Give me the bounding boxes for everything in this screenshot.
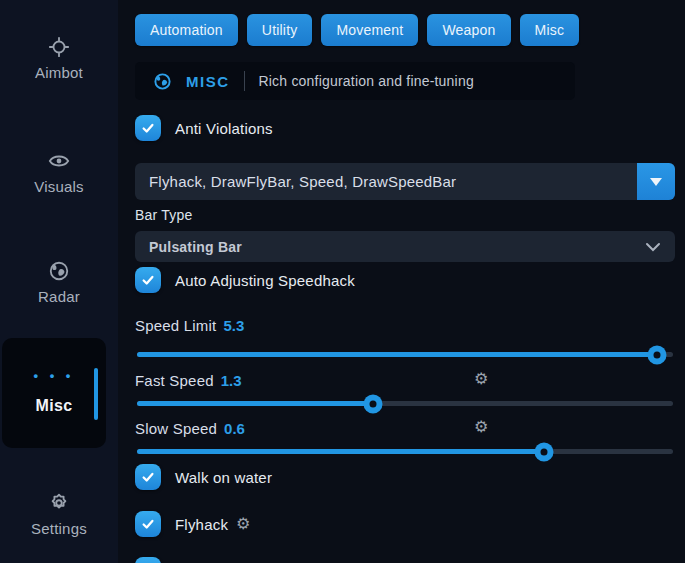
walk-on-water-checkbox[interactable] (135, 464, 161, 490)
flyhack-checkbox[interactable] (135, 511, 161, 537)
fast-speed-label-row: Fast Speed 1.3 ⚙ (135, 371, 675, 389)
disable-collisions-row: Disable Collisions ⚙ (135, 557, 675, 563)
slow-speed-label-row: Slow Speed 0.6 ⚙ (135, 419, 675, 437)
app-window: Aimbot Visuals Radar • • • (0, 0, 685, 563)
slider-value: 1.3 (221, 372, 242, 389)
slider-label: Slow Speed (135, 420, 217, 437)
tab-utility[interactable]: Utility (247, 14, 313, 46)
globe-icon (153, 72, 172, 91)
slider-fill (137, 449, 544, 454)
sidebar-item-label: Aimbot (0, 64, 118, 81)
checkbox-label: Flyhack ⚙ (175, 516, 251, 533)
fast-speed-slider[interactable] (135, 394, 675, 412)
auto-adjusting-row: Auto Adjusting Speedhack (135, 267, 675, 293)
crosshair-icon (0, 36, 118, 58)
checkbox-label: Anti Violations (175, 120, 273, 137)
gear-icon (0, 492, 118, 514)
checkbox-label-text: Flyhack (175, 516, 228, 533)
sidebar-item-aimbot[interactable]: Aimbot (0, 36, 118, 81)
gear-icon[interactable]: ⚙ (474, 371, 488, 387)
sidebar-item-label: Radar (0, 288, 118, 305)
slider-thumb[interactable] (535, 442, 554, 461)
bar-type-label: Bar Type (135, 207, 675, 224)
divider (244, 71, 245, 91)
checkmark-icon (141, 470, 155, 484)
chevron-down-icon (645, 242, 661, 252)
main-panel: Automation Utility Movement Weapon Misc … (118, 0, 685, 563)
slider-track[interactable] (137, 352, 673, 357)
sidebar-item-radar[interactable]: Radar (0, 260, 118, 305)
tab-bar: Automation Utility Movement Weapon Misc (135, 14, 675, 46)
checkmark-icon (141, 121, 155, 135)
select-value: Pulsating Bar (149, 239, 242, 255)
tab-automation[interactable]: Automation (135, 14, 238, 46)
section-header: MISC Rich configuration and fine-tuning (135, 62, 575, 100)
gear-icon[interactable]: ⚙ (474, 419, 488, 435)
tab-weapon[interactable]: Weapon (427, 14, 510, 46)
slider-value: 5.3 (223, 317, 244, 334)
checkmark-icon (141, 517, 155, 531)
checkbox-label: Auto Adjusting Speedhack (175, 272, 355, 289)
speed-limit-slider[interactable] (135, 345, 675, 363)
speed-limit-label-row: Speed Limit 5.3 (135, 316, 675, 334)
sidebar-item-label: Misc (2, 397, 106, 415)
tab-misc[interactable]: Misc (520, 14, 580, 46)
eye-icon (0, 150, 118, 172)
anti-violations-row: Anti Violations (135, 115, 675, 141)
tab-movement[interactable]: Movement (321, 14, 418, 46)
sidebar-item-settings[interactable]: Settings (0, 492, 118, 537)
bar-multiselect[interactable]: Flyhack, DrawFlyBar, Speed, DrawSpeedBar (135, 163, 675, 200)
sidebar-item-label: Settings (0, 520, 118, 537)
sidebar-item-label: Visuals (0, 178, 118, 195)
multiselect-dropdown-button[interactable] (637, 163, 675, 200)
auto-adjusting-checkbox[interactable] (135, 267, 161, 293)
slow-speed-slider[interactable] (135, 442, 675, 460)
gear-icon[interactable]: ⚙ (236, 516, 251, 532)
slider-value: 0.6 (224, 420, 245, 437)
checkmark-icon (141, 273, 155, 287)
checkbox-label: Walk on water (175, 469, 272, 486)
slider-thumb[interactable] (363, 394, 382, 413)
slider-label: Fast Speed (135, 372, 214, 389)
slider-fill (137, 401, 373, 406)
disable-collisions-checkbox[interactable] (135, 557, 161, 563)
slider-track[interactable] (137, 401, 673, 406)
walk-on-water-row: Walk on water (135, 464, 675, 490)
sidebar-item-misc[interactable]: • • • Misc (2, 338, 106, 448)
bar-type-select[interactable]: Pulsating Bar (135, 231, 675, 262)
dots-icon: • • • (2, 368, 106, 383)
slider-fill (137, 352, 657, 357)
globe-icon (0, 260, 118, 282)
slider-thumb[interactable] (647, 345, 666, 364)
slider-track[interactable] (137, 449, 673, 454)
section-subtitle: Rich configuration and fine-tuning (259, 73, 474, 89)
selected-indicator (94, 368, 98, 420)
flyhack-row: Flyhack ⚙ (135, 511, 675, 537)
anti-violations-checkbox[interactable] (135, 115, 161, 141)
triangle-down-icon (650, 178, 662, 186)
multiselect-value: Flyhack, DrawFlyBar, Speed, DrawSpeedBar (135, 173, 456, 190)
sidebar-item-visuals[interactable]: Visuals (0, 150, 118, 195)
sidebar: Aimbot Visuals Radar • • • (0, 0, 118, 563)
slider-label: Speed Limit (135, 317, 216, 334)
section-title: MISC (186, 73, 230, 90)
